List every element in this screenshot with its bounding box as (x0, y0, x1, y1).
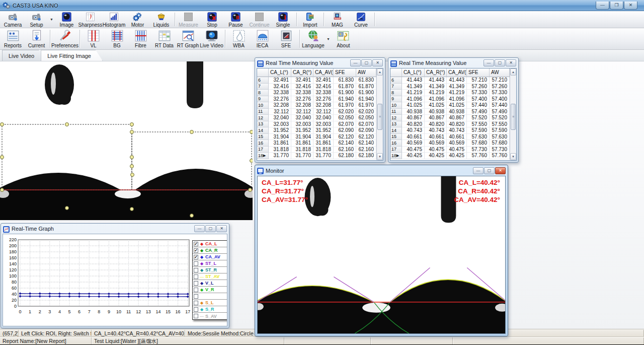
child-minimize-button[interactable]: — (473, 167, 484, 174)
table-row[interactable]: 1540.66140.66140.66157.63057.630 (390, 134, 510, 141)
table-row[interactable]: 18▶40.42540.42540.42557.76057.760 (390, 153, 510, 159)
legend-checkbox[interactable]: ✔ (194, 242, 198, 246)
legend-item-st-l[interactable]: ◆ST_L (193, 260, 227, 267)
legend-item-s-av[interactable]: —S_AV (193, 313, 227, 319)
legend-checkbox[interactable] (194, 274, 198, 279)
tab-live-fitting-image[interactable]: Live Fitting Image (41, 50, 103, 61)
live-video-canvas[interactable] (0, 61, 253, 220)
scroll-up-arrow[interactable]: ▲ (510, 68, 516, 76)
legend-checkbox[interactable] (194, 281, 198, 286)
toolbar-button-stop[interactable]: Stop (200, 12, 224, 27)
toolbar-button-single[interactable]: Single (271, 12, 295, 27)
tab-live-video[interactable]: Live Video (2, 50, 46, 61)
minimize-button[interactable]: — (596, 2, 609, 10)
toolbar-button-camera[interactable]: Camera (1, 12, 25, 27)
table-row[interactable]: 732.41632.41632.41661.87061.870 (257, 84, 376, 90)
legend-item-st-r[interactable]: ◆ST_R (193, 267, 227, 273)
table-scrollbar[interactable]: ▲≡▼ (376, 68, 383, 160)
toolbar-button-image[interactable]: Image (55, 12, 78, 27)
child-maximize-button[interactable]: ▢ (361, 59, 372, 66)
scroll-track[interactable]: ≡ (377, 76, 383, 153)
column-header-ca-r-[interactable]: CA_R(°) (425, 68, 447, 77)
table-row[interactable]: 18▶31.77031.77031.77062.18062.180 (257, 153, 376, 159)
table-row[interactable]: 741.34941.34941.34957.26057.260 (390, 84, 510, 90)
toolbar-button-fibre[interactable]: Fibre (129, 29, 152, 49)
rt-graph-window[interactable]: Real-Time Graph —▢✕ 02040608010012014016… (1, 223, 229, 328)
rt-measuring-window-left[interactable]: Real Time Measuring Value —▢✕ CA_L(°)CA_… (255, 57, 385, 163)
toolbar-button-motor[interactable]: Motor (126, 12, 149, 27)
toolbar-button-about[interactable]: About (332, 29, 355, 49)
toolbar-button-setup[interactable]: Setup (25, 12, 48, 27)
legend-checkbox[interactable]: ✔ (194, 248, 198, 253)
table-row[interactable]: 941.09641.09641.09657.40057.400 (390, 96, 510, 103)
column-header-aw[interactable]: AW (356, 68, 376, 77)
table-row[interactable]: 1631.86131.86131.86162.14062.140 (257, 140, 376, 147)
child-minimize-button[interactable]: — (350, 59, 361, 66)
toolbar-button-histogram[interactable]: Histogram (102, 12, 126, 27)
toolbar-button-rt-data[interactable]: RT Data (152, 29, 176, 49)
child-maximize-button[interactable]: ▢ (484, 167, 495, 174)
table-row[interactable]: 932.27632.27632.27661.94061.940 (257, 96, 376, 103)
table-row[interactable]: 1332.00332.00332.00362.07062.070 (257, 121, 376, 128)
child-maximize-button[interactable]: ▢ (495, 59, 505, 66)
scroll-thumb[interactable]: ≡ (377, 104, 382, 130)
column-header-ca-r-[interactable]: CA_R(°) (291, 68, 313, 77)
toolbar-button-current[interactable]: Current (25, 29, 48, 49)
legend-checkbox[interactable]: ✔ (194, 255, 198, 259)
restore-button[interactable]: ❐ (610, 2, 623, 10)
table-row[interactable]: 832.33832.33832.33861.90061.900 (257, 90, 376, 96)
scroll-up-arrow[interactable]: ▲ (377, 68, 383, 76)
table-row[interactable]: 1232.04032.04032.04062.05062.050 (257, 115, 376, 121)
table-row[interactable]: 1440.74340.74340.74357.59057.590 (390, 127, 510, 134)
column-header-sfe[interactable]: SFE (334, 68, 356, 77)
child-close-button[interactable]: ✕ (495, 167, 506, 174)
legend-item-ca-r[interactable]: ✔◆CA_R (193, 247, 227, 254)
toolbar-button-liquids[interactable]: Liquids (149, 12, 173, 27)
table-row[interactable]: 632.49132.49132.49161.83061.830 (257, 77, 376, 84)
live-fitting-image-view[interactable] (0, 61, 253, 220)
toolbar-button-curve[interactable]: Curve (349, 12, 373, 27)
legend-item-v-r[interactable]: ◆V_R (193, 287, 227, 293)
window-titlebar[interactable]: CAST3 USA KINO — ❐ ✕ (0, 0, 644, 11)
dropdown-arrow-icon[interactable]: ▼ (48, 18, 55, 21)
scroll-track[interactable]: ≡ (510, 76, 516, 153)
legend-item-blank[interactable] (193, 293, 227, 300)
child-maximize-button[interactable]: ▢ (205, 225, 216, 232)
table-row[interactable]: 1431.95231.95231.95262.09062.090 (257, 127, 376, 134)
legend-checkbox[interactable] (194, 301, 198, 305)
legend-item-st-av[interactable]: —ST_AV (193, 273, 227, 280)
table-scrollbar[interactable]: ▲≡▼ (510, 68, 516, 160)
toolbar-button-sfe[interactable]: SFE (274, 29, 298, 49)
column-header-sfe[interactable]: SFE (467, 68, 490, 77)
column-header-ca-l-[interactable]: CA_L(°) (269, 68, 291, 77)
table-row[interactable]: 1731.81831.81831.81862.16062.160 (257, 147, 376, 153)
legend-checkbox[interactable] (194, 261, 198, 266)
legend-checkbox[interactable] (194, 294, 198, 299)
table-row[interactable]: 1041.02541.02541.02557.44057.440 (390, 102, 510, 109)
toolbar-button-live-video[interactable]: Live Video (200, 29, 223, 49)
child-titlebar[interactable]: Monitor —▢✕ (255, 165, 508, 176)
monitor-window[interactable]: Monitor —▢✕ (255, 165, 508, 336)
toolbar-button-bg[interactable]: BG (105, 29, 129, 49)
toolbar-button-language[interactable]: Language (301, 29, 325, 49)
toolbar-button-wba[interactable]: WBA (227, 29, 251, 49)
scroll-down-arrow[interactable]: ▼ (377, 153, 383, 160)
toolbar-button-sharpness[interactable]: Sharpness (78, 12, 102, 27)
child-close-button[interactable]: ✕ (216, 225, 227, 232)
toolbar-button-reports[interactable]: Reports (1, 29, 25, 49)
child-titlebar[interactable]: Real-Time Graph —▢✕ (1, 224, 229, 234)
table-row[interactable]: 1240.86740.86740.86757.52057.520 (390, 115, 510, 121)
toolbar-button-vl[interactable]: VL (82, 29, 105, 49)
scroll-down-arrow[interactable]: ▼ (510, 153, 516, 160)
rt-measuring-window-right[interactable]: Real Time Measuring Value —▢✕ CA_L(°)CA_… (388, 57, 519, 163)
child-titlebar[interactable]: Real Time Measuring Value —▢✕ (388, 58, 518, 68)
toolbar-button-rt-graph[interactable]: RT Graph (176, 29, 200, 49)
child-close-button[interactable]: ✕ (506, 59, 516, 66)
column-header-ca-av-[interactable]: CA_AV(°) (447, 68, 467, 77)
child-close-button[interactable]: ✕ (372, 59, 383, 66)
table-row[interactable]: 641.44341.44341.44357.21057.210 (390, 77, 510, 84)
table-row[interactable]: 1740.47540.47540.47557.73057.730 (390, 147, 510, 153)
legend-item-ca-av[interactable]: ✔◆CA_AV (193, 254, 227, 260)
column-header-aw[interactable]: AW (490, 68, 510, 77)
legend-checkbox[interactable] (194, 288, 198, 292)
